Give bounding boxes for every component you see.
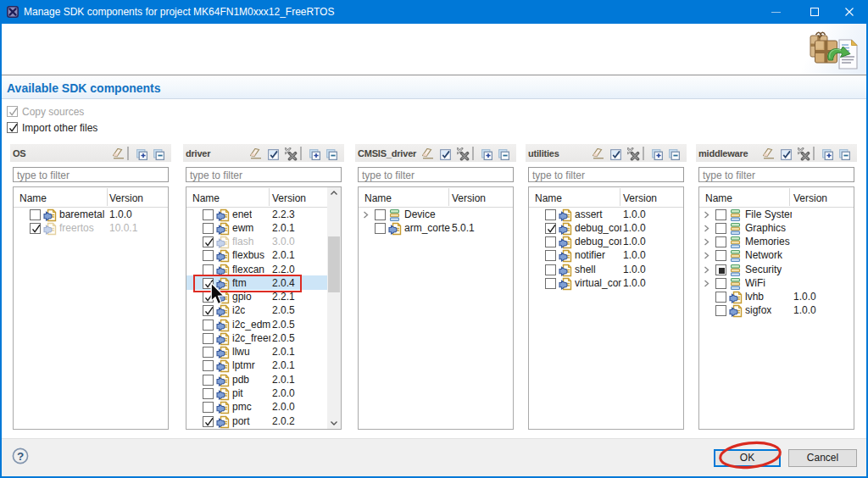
svg-text:?: ? bbox=[17, 450, 24, 463]
